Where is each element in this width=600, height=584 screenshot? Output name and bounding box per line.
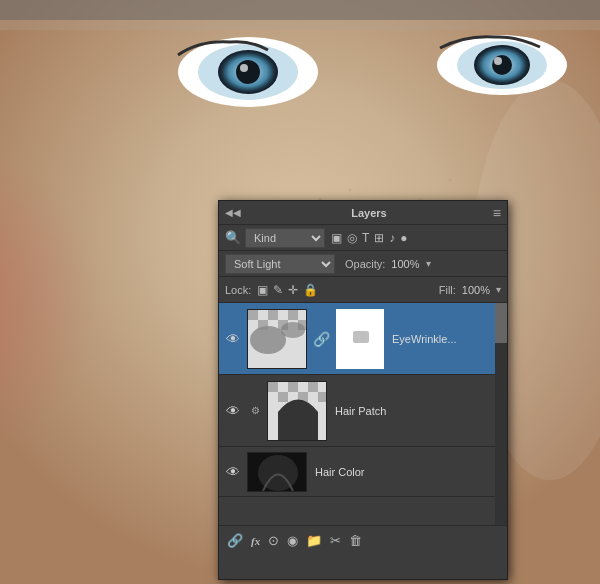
layer-info: Hair Color bbox=[311, 466, 501, 478]
layer-visibility-toggle[interactable]: 👁 bbox=[223, 403, 243, 419]
svg-rect-47 bbox=[318, 382, 327, 392]
link-layers-icon[interactable]: 🔗 bbox=[227, 533, 243, 548]
filter-icons: ▣ ◎ T ⊞ ♪ ● bbox=[331, 231, 408, 245]
svg-rect-43 bbox=[278, 382, 288, 392]
svg-rect-44 bbox=[288, 382, 298, 392]
svg-point-16 bbox=[349, 189, 352, 192]
collapse-icon[interactable]: ◀◀ bbox=[225, 207, 241, 218]
fill-label: Fill: bbox=[439, 284, 456, 296]
smart-object-icon: ⚙ bbox=[247, 405, 263, 416]
layers-list: 👁 bbox=[219, 303, 507, 525]
search-icon: 🔍 bbox=[225, 230, 241, 245]
layer-name: Hair Color bbox=[315, 466, 501, 478]
layer-name: Hair Patch bbox=[335, 405, 501, 417]
filter-type-icon[interactable]: T bbox=[362, 231, 369, 245]
svg-point-7 bbox=[236, 60, 260, 84]
layer-thumbnails: ⚙ bbox=[247, 381, 327, 441]
svg-rect-46 bbox=[308, 382, 318, 392]
svg-rect-53 bbox=[318, 392, 327, 402]
layer-name: EyeWrinkle... bbox=[392, 333, 501, 345]
create-group-icon[interactable]: 📁 bbox=[306, 533, 322, 548]
layer-item[interactable]: 👁 bbox=[219, 303, 507, 375]
mask-white-bg bbox=[337, 310, 383, 368]
delete-layer-icon[interactable]: 🗑 bbox=[349, 533, 362, 548]
svg-rect-45 bbox=[298, 382, 308, 392]
opacity-dropdown-icon[interactable]: ▾ bbox=[426, 258, 431, 269]
layer-item[interactable]: 👁 ⚙ bbox=[219, 375, 507, 447]
panel-toolbar: 🔗 fx ⊙ ◉ 📁 ✂ 🗑 bbox=[219, 525, 507, 555]
create-layer-icon[interactable]: ✂ bbox=[330, 533, 341, 548]
svg-rect-38 bbox=[286, 345, 307, 369]
opacity-label: Opacity: bbox=[345, 258, 385, 270]
lock-transparent-icon[interactable]: ▣ bbox=[257, 283, 268, 297]
wrinkle-thumbnail-svg bbox=[248, 310, 307, 369]
svg-rect-42 bbox=[268, 382, 278, 392]
layer-thumbnails bbox=[247, 452, 307, 492]
create-adjustment-icon[interactable]: ◉ bbox=[287, 533, 298, 548]
scroll-thumb[interactable] bbox=[495, 303, 507, 343]
lock-move-icon[interactable]: ✛ bbox=[288, 283, 298, 297]
layer-main-thumbnail bbox=[247, 452, 307, 492]
toolbar-icons: 🔗 fx ⊙ ◉ 📁 ✂ 🗑 bbox=[227, 533, 362, 548]
svg-rect-40 bbox=[353, 331, 369, 343]
layer-info: EyeWrinkle... bbox=[388, 333, 501, 345]
fill-dropdown-icon[interactable]: ▾ bbox=[496, 284, 501, 295]
layer-main-thumbnail bbox=[247, 309, 307, 369]
layer-visibility-toggle[interactable]: 👁 bbox=[223, 464, 243, 480]
add-layer-style-icon[interactable]: fx bbox=[251, 535, 260, 547]
svg-point-20 bbox=[449, 179, 452, 182]
filter-shape-icon[interactable]: ⊞ bbox=[374, 231, 384, 245]
lock-label: Lock: bbox=[225, 284, 251, 296]
layer-link-icon[interactable]: 🔗 bbox=[311, 331, 332, 347]
blend-mode-row: Soft Light Normal Multiply Screen Overla… bbox=[219, 251, 507, 277]
filter-adjustment-icon[interactable]: ◎ bbox=[347, 231, 357, 245]
filter-kind-select[interactable]: Kind Name Effect Mode Attribute bbox=[245, 228, 325, 248]
panel-controls: ≡ bbox=[493, 205, 501, 221]
scroll-track bbox=[495, 303, 507, 525]
add-mask-icon[interactable]: ⊙ bbox=[268, 533, 279, 548]
filter-pixel-icon[interactable]: ▣ bbox=[331, 231, 342, 245]
svg-point-8 bbox=[240, 64, 248, 72]
lock-all-icon[interactable]: 🔒 bbox=[303, 283, 318, 297]
svg-point-36 bbox=[250, 326, 286, 354]
blend-mode-select[interactable]: Soft Light Normal Multiply Screen Overla… bbox=[225, 254, 335, 274]
layer-main-thumbnail bbox=[267, 381, 327, 441]
layers-panel: ◀◀ Layers ≡ 🔍 Kind Name Effect Mode Attr… bbox=[218, 200, 508, 580]
layer-visibility-toggle[interactable]: 👁 bbox=[223, 331, 243, 347]
panel-menu-icon[interactable]: ≡ bbox=[493, 205, 501, 221]
layer-item[interactable]: 👁 Hair Color bbox=[219, 447, 507, 497]
panel-titlebar: ◀◀ Layers ≡ bbox=[219, 201, 507, 225]
lock-icons-group: ▣ ✎ ✛ 🔒 bbox=[257, 283, 318, 297]
svg-rect-3 bbox=[0, 0, 600, 20]
layer-thumbnails: 🔗 bbox=[247, 309, 384, 369]
svg-point-13 bbox=[494, 57, 502, 65]
hair-color-thumbnail-svg bbox=[248, 453, 307, 492]
svg-point-55 bbox=[258, 455, 298, 491]
filter-row: 🔍 Kind Name Effect Mode Attribute ▣ ◎ T … bbox=[219, 225, 507, 251]
svg-point-12 bbox=[492, 55, 512, 75]
layer-info: Hair Patch bbox=[331, 405, 501, 417]
panel-title: Layers bbox=[351, 207, 386, 219]
svg-point-37 bbox=[281, 322, 305, 338]
hair-patch-thumbnail-svg bbox=[268, 382, 327, 441]
lock-row: Lock: ▣ ✎ ✛ 🔒 Fill: 100% ▾ bbox=[219, 277, 507, 303]
transparency-check bbox=[248, 310, 306, 368]
fill-value[interactable]: 100% bbox=[462, 284, 490, 296]
svg-rect-49 bbox=[278, 392, 288, 402]
opacity-value[interactable]: 100% bbox=[391, 258, 419, 270]
svg-rect-52 bbox=[308, 392, 318, 402]
filter-fill-icon[interactable]: ● bbox=[400, 231, 407, 245]
filter-smart-icon[interactable]: ♪ bbox=[389, 231, 395, 245]
mask-svg bbox=[337, 309, 383, 369]
lock-paint-icon[interactable]: ✎ bbox=[273, 283, 283, 297]
svg-rect-48 bbox=[268, 392, 278, 402]
layer-mask-thumbnail bbox=[336, 309, 384, 369]
